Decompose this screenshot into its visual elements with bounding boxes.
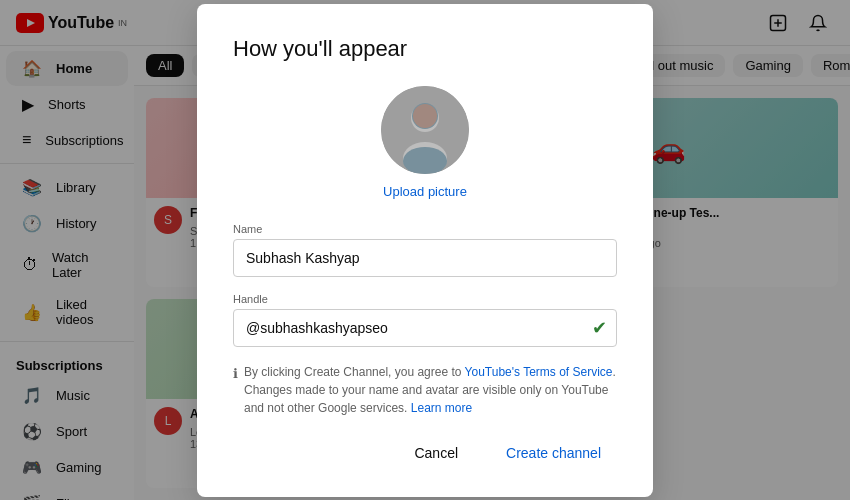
handle-label: Handle (233, 293, 617, 305)
name-input[interactable] (233, 239, 617, 277)
create-channel-button[interactable]: Create channel (490, 437, 617, 469)
modal-avatar (381, 86, 469, 174)
svg-point-13 (403, 147, 447, 174)
name-field-group: Name (233, 223, 617, 277)
avatar-image (381, 86, 469, 174)
upload-picture-button[interactable]: Upload picture (383, 184, 467, 199)
info-icon: ℹ (233, 364, 238, 384)
modal-avatar-area: Upload picture (233, 86, 617, 199)
handle-field-group: Handle ✔ (233, 293, 617, 347)
modal: How you'll appear Upload picture (197, 4, 653, 497)
name-label: Name (233, 223, 617, 235)
svg-point-14 (413, 104, 437, 128)
terms-link[interactable]: YouTube's Terms of Service (465, 365, 613, 379)
modal-overlay: How you'll appear Upload picture (0, 0, 850, 500)
modal-actions: Cancel Create channel (233, 437, 617, 469)
learn-more-link[interactable]: Learn more (411, 401, 472, 415)
modal-title: How you'll appear (233, 36, 617, 62)
cancel-button[interactable]: Cancel (398, 437, 474, 469)
handle-valid-icon: ✔ (592, 317, 607, 339)
handle-input[interactable] (233, 309, 617, 347)
terms-text: ℹ By clicking Create Channel, you agree … (233, 363, 617, 417)
handle-wrapper: ✔ (233, 309, 617, 347)
